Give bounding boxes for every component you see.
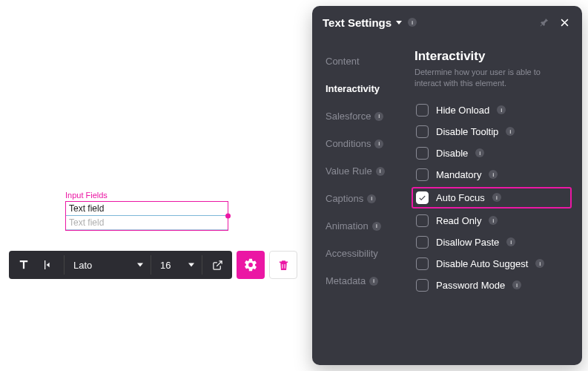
option-label: Auto Focus	[436, 192, 485, 203]
checkbox-disallow-paste[interactable]	[416, 236, 429, 249]
option-disable: Disable i	[414, 142, 569, 164]
chevron-down-icon	[396, 21, 402, 24]
checkbox-hide-onload[interactable]	[416, 104, 429, 116]
option-auto-focus: Auto Focus i	[412, 187, 572, 209]
close-icon	[559, 17, 570, 28]
checkbox-read-only[interactable]	[416, 214, 429, 227]
text-icon	[17, 258, 30, 272]
sidebar-item-content[interactable]: Content	[326, 47, 410, 75]
option-read-only: Read Only i	[414, 210, 569, 232]
panel-header: Text Settings i	[312, 6, 582, 39]
info-icon[interactable]: i	[372, 222, 381, 231]
text-tool-button[interactable]	[12, 253, 36, 277]
option-label: Hide Onload	[436, 105, 489, 116]
open-external-icon	[212, 260, 223, 271]
sidebar-item-label: Captions	[326, 193, 363, 204]
input-fields-box[interactable]: Text field Text field	[65, 201, 228, 231]
toolbar-main: Lato 16	[9, 251, 232, 279]
sidebar-item-label: Animation	[326, 220, 369, 232]
info-icon[interactable]: i	[512, 280, 521, 289]
input-fields-group[interactable]: Input Fields Text field Text field	[65, 191, 228, 231]
info-icon[interactable]: i	[374, 112, 383, 121]
align-left-button[interactable]	[37, 253, 61, 277]
sidebar-item-label: Accessibility	[326, 248, 378, 259]
info-icon[interactable]: i	[497, 105, 506, 114]
option-hide-onload: Hide Onload i	[414, 99, 569, 121]
sidebar-item-conditions[interactable]: Conditions i	[326, 130, 410, 157]
open-external-button[interactable]	[205, 253, 229, 277]
option-disallow-paste: Disallow Paste i	[414, 232, 569, 253]
sidebar-item-metadata[interactable]: Metadata i	[326, 267, 410, 295]
option-label: Mandatory	[436, 169, 481, 180]
font-size-select[interactable]: 16	[154, 255, 199, 275]
section-title: Interactivity	[414, 49, 569, 64]
sidebar-item-label: Metadata	[326, 275, 366, 286]
checkbox-auto-focus[interactable]	[416, 191, 429, 204]
settings-button[interactable]	[237, 251, 265, 279]
sidebar-item-label: Conditions	[326, 138, 371, 149]
sidebar-item-value-rule[interactable]: Value Rule i	[326, 157, 410, 185]
info-icon[interactable]: i	[408, 18, 417, 27]
option-label: Read Only	[436, 215, 481, 226]
checkbox-disable-tooltip[interactable]	[416, 125, 429, 138]
info-icon[interactable]: i	[376, 167, 385, 176]
option-label: Disallow Paste	[436, 237, 499, 248]
option-label: Disable Tooltip	[436, 126, 498, 137]
info-icon[interactable]: i	[367, 194, 376, 203]
align-left-icon	[43, 259, 55, 271]
checkbox-disable-auto-suggest[interactable]	[416, 257, 429, 270]
format-toolbar: Lato 16	[9, 251, 297, 279]
sidebar-item-captions[interactable]: Captions i	[326, 185, 410, 212]
checkbox-password-mode[interactable]	[416, 279, 429, 292]
info-icon[interactable]: i	[506, 127, 515, 136]
input-group-label: Input Fields	[65, 191, 228, 200]
option-disable-tooltip: Disable Tooltip i	[414, 121, 569, 142]
font-size-value: 16	[160, 260, 171, 271]
toolbar-divider	[202, 255, 202, 275]
sidebar-item-accessibility[interactable]: Accessibility	[326, 240, 410, 267]
toolbar-divider	[151, 255, 151, 275]
info-icon[interactable]: i	[475, 148, 484, 157]
delete-button[interactable]	[269, 251, 297, 279]
settings-content: Interactivity Determine how your user is…	[410, 39, 582, 365]
settings-sidebar: Content Interactivity Salesforce i Condi…	[312, 39, 410, 365]
trash-icon	[277, 259, 290, 272]
sidebar-item-label: Value Rule	[326, 165, 372, 177]
option-mandatory: Mandatory i	[414, 164, 569, 186]
sidebar-item-interactivity[interactable]: Interactivity	[326, 75, 410, 102]
toolbar-divider	[64, 255, 65, 275]
section-description: Determine how your user is able to inter…	[414, 67, 569, 89]
sidebar-item-salesforce[interactable]: Salesforce i	[326, 102, 410, 130]
option-disable-auto-suggest: Disable Auto Suggest i	[414, 253, 569, 275]
panel-body: Content Interactivity Salesforce i Condi…	[312, 39, 582, 365]
info-icon[interactable]: i	[489, 216, 498, 225]
checkbox-mandatory[interactable]	[416, 168, 429, 181]
close-button[interactable]	[557, 15, 572, 30]
option-password-mode: Password Mode i	[414, 275, 569, 296]
option-label: Disable Auto Suggest	[436, 258, 528, 269]
option-label: Disable	[436, 148, 468, 159]
panel-title-text: Text Settings	[323, 16, 392, 29]
info-icon[interactable]: i	[489, 170, 498, 179]
checkbox-disable[interactable]	[416, 147, 429, 160]
sidebar-item-animation[interactable]: Animation i	[326, 212, 410, 240]
font-family-value: Lato	[73, 260, 92, 271]
option-label: Password Mode	[436, 280, 505, 291]
text-field-row-2[interactable]: Text field	[66, 216, 228, 230]
info-icon[interactable]: i	[535, 259, 544, 268]
info-icon[interactable]: i	[374, 139, 383, 148]
pin-icon	[538, 17, 549, 28]
sidebar-item-label: Content	[326, 56, 360, 67]
info-icon[interactable]: i	[369, 277, 378, 286]
pin-button[interactable]	[536, 15, 551, 30]
sidebar-item-label: Salesforce	[326, 111, 371, 122]
info-icon[interactable]: i	[492, 193, 501, 202]
font-family-select[interactable]: Lato	[67, 255, 148, 275]
sidebar-item-label: Interactivity	[326, 83, 380, 94]
info-icon[interactable]: i	[506, 237, 515, 246]
panel-title-dropdown[interactable]: Text Settings	[323, 16, 402, 29]
text-field-row-1[interactable]: Text field	[66, 202, 228, 216]
text-settings-panel: Text Settings i Content Interactivity Sa…	[312, 6, 582, 365]
gear-icon	[243, 257, 258, 272]
